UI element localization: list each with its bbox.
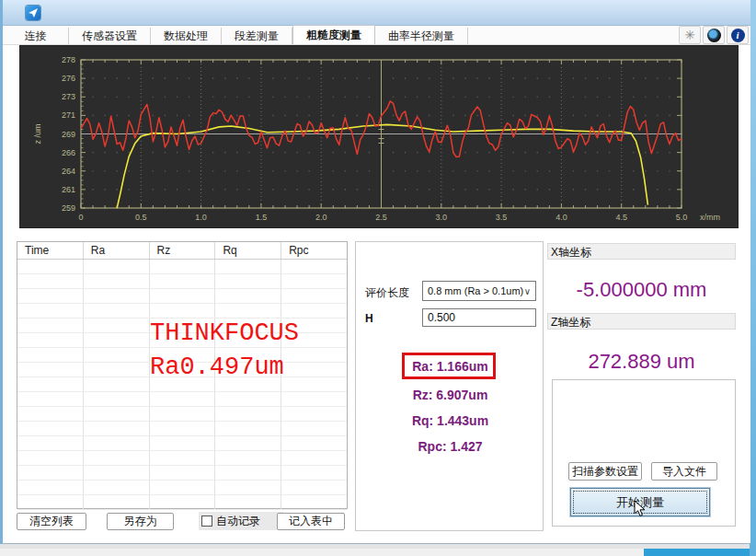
h-input[interactable]: 0.500	[422, 308, 536, 327]
table-row[interactable]	[17, 481, 347, 495]
table-row[interactable]	[17, 260, 347, 274]
table-row[interactable]	[17, 377, 347, 392]
tab-bar: 连接 传感器设置 数据处理 段差测量 粗糙度测量 曲率半径测量 ✳ i	[3, 26, 750, 45]
table-row[interactable]	[17, 274, 347, 289]
scan-params-button[interactable]: 扫描参数设置	[568, 462, 642, 481]
table-cell	[150, 348, 216, 362]
table-cell	[215, 289, 281, 303]
table-cell	[281, 289, 347, 303]
table-cell	[84, 466, 150, 480]
tab-connect[interactable]: 连接	[3, 28, 69, 44]
tab-data-processing[interactable]: 数据处理	[151, 28, 222, 44]
record-to-table-button[interactable]: 记入表中	[277, 513, 345, 530]
table-row[interactable]	[17, 407, 347, 422]
table-cell	[84, 436, 150, 450]
table-cell	[215, 407, 281, 421]
col-rpc[interactable]: Rpc	[281, 242, 347, 259]
x-axis-coord-value: -5.000000 mm	[547, 278, 736, 302]
auto-record-toggle[interactable]: 自动记录	[199, 512, 283, 530]
auto-record-label: 自动记录	[216, 514, 260, 529]
table-cell	[281, 260, 347, 273]
table-row[interactable]	[17, 333, 347, 348]
table-cell	[281, 407, 347, 421]
table-cell	[17, 319, 84, 332]
app-window: 连接 传感器设置 数据处理 段差测量 粗糙度测量 曲率半径测量 ✳ i 2782…	[0, 0, 750, 544]
profile-chart[interactable]: 27827627327126926626426125900.51.01.52.0…	[19, 45, 739, 228]
table-row[interactable]	[17, 392, 347, 407]
col-rq[interactable]: Rq	[215, 242, 281, 259]
table-cell	[84, 289, 150, 303]
table-cell	[17, 436, 84, 450]
svg-text:1.0: 1.0	[195, 213, 207, 222]
table-cell	[215, 422, 281, 435]
table-cell	[281, 274, 347, 288]
table-cell	[17, 274, 84, 288]
info-icon[interactable]: i	[727, 26, 749, 44]
save-as-button[interactable]: 另存为	[107, 513, 174, 530]
title-bar[interactable]	[3, 0, 750, 26]
table-cell	[281, 363, 347, 376]
x-axis-coord-header: X轴坐标	[547, 243, 736, 260]
screen: 连接 传感器设置 数据处理 段差测量 粗糙度测量 曲率半径测量 ✳ i 2782…	[0, 0, 756, 556]
desktop-taskbar-blue	[644, 549, 756, 556]
table-cell	[17, 333, 84, 347]
import-file-button[interactable]: 导入文件	[651, 462, 717, 481]
table-row[interactable]	[17, 348, 347, 363]
desktop-right-strip	[750, 0, 756, 556]
settings-asterisk-icon[interactable]: ✳	[679, 26, 701, 44]
table-cell	[84, 304, 150, 318]
svg-text:2.5: 2.5	[375, 213, 387, 222]
table-cell	[150, 304, 216, 318]
svg-text:x/mm: x/mm	[700, 213, 720, 222]
tab-sensor-settings[interactable]: 传感器设置	[69, 28, 151, 44]
table-cell	[150, 289, 216, 303]
table-cell	[281, 495, 347, 509]
table-cell	[281, 422, 347, 435]
table-row[interactable]	[17, 289, 347, 304]
table-cell	[17, 377, 84, 391]
table-cell	[150, 495, 216, 509]
table-cell	[150, 319, 216, 332]
table-row[interactable]	[17, 451, 347, 466]
table-cell	[84, 260, 150, 273]
table-cell	[281, 377, 347, 391]
table-cell	[215, 466, 281, 480]
svg-text:273: 273	[62, 92, 75, 101]
measurement-table[interactable]: Time Ra Rz Rq Rpc	[17, 241, 348, 509]
table-cell	[17, 348, 84, 362]
svg-text:266: 266	[62, 148, 75, 157]
table-row[interactable]	[17, 436, 347, 451]
svg-text:278: 278	[62, 55, 75, 64]
table-row[interactable]	[17, 363, 347, 377]
col-time[interactable]: Time	[17, 242, 84, 259]
table-row[interactable]	[17, 422, 347, 436]
table-cell	[150, 274, 216, 288]
svg-text:259: 259	[62, 203, 75, 213]
camera-icon[interactable]	[703, 26, 725, 44]
mouse-cursor-icon	[634, 500, 647, 517]
table-row[interactable]	[17, 495, 347, 510]
col-rz[interactable]: Rz	[150, 242, 216, 259]
eval-length-value: 0.8 mm (Ra > 0.1um)	[428, 285, 523, 296]
tab-roughness-measure[interactable]: 粗糙度测量	[292, 25, 375, 44]
table-row[interactable]	[17, 466, 347, 481]
table-cell	[215, 348, 281, 362]
rq-result: Rq: 1.443um	[356, 413, 544, 428]
table-row[interactable]	[17, 304, 347, 319]
tab-step-measure[interactable]: 段差测量	[222, 28, 292, 44]
eval-length-dropdown[interactable]: 0.8 mm (Ra > 0.1um) ∨	[422, 281, 536, 301]
svg-text:5.0: 5.0	[676, 213, 688, 222]
table-cell	[215, 274, 281, 288]
table-row[interactable]	[17, 319, 347, 333]
table-cell	[281, 319, 347, 332]
eval-length-label: 评价长度	[365, 285, 409, 301]
col-ra[interactable]: Ra	[84, 242, 150, 259]
table-cell	[17, 392, 84, 406]
svg-text:4.0: 4.0	[556, 213, 567, 222]
clear-list-button[interactable]: 清空列表	[17, 513, 86, 530]
tab-curvature-measure[interactable]: 曲率半径测量	[375, 28, 468, 44]
table-cell	[150, 260, 216, 273]
auto-record-checkbox[interactable]	[201, 515, 212, 527]
rpc-result: Rpc: 1.427	[356, 439, 544, 454]
svg-text:0.5: 0.5	[135, 213, 147, 222]
